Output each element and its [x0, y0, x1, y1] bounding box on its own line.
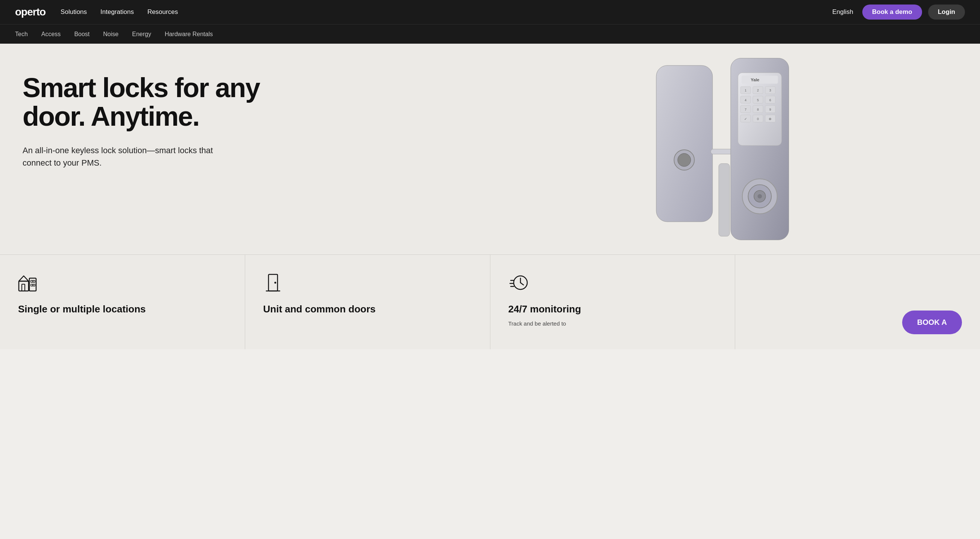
- svg-text:✓: ✓: [744, 117, 747, 121]
- svg-point-36: [757, 194, 762, 199]
- doors-icon: [263, 273, 472, 296]
- feature-monitoring-desc: Track and be alerted to: [508, 320, 717, 328]
- svg-rect-40: [22, 284, 25, 291]
- svg-line-51: [520, 283, 523, 285]
- svg-text:8: 8: [757, 108, 759, 112]
- hero-subtitle: An all-in-one keyless lock solution—smar…: [22, 144, 233, 169]
- svg-text:2: 2: [757, 88, 759, 92]
- svg-rect-37: [719, 164, 730, 236]
- language-selector[interactable]: English: [832, 8, 853, 16]
- svg-text:5: 5: [757, 98, 759, 102]
- subnav-access[interactable]: Access: [41, 31, 61, 38]
- svg-rect-42: [31, 281, 33, 282]
- svg-text:3: 3: [769, 88, 771, 92]
- svg-text:1: 1: [745, 88, 746, 92]
- features-section: Single or multiple locations Unit and co…: [0, 254, 980, 349]
- feature-monitoring: 24/7 monitoring Track and be alerted to: [490, 255, 735, 349]
- sub-nav: Tech Access Boost Noise Energy Hardware …: [0, 24, 980, 44]
- svg-rect-7: [741, 76, 778, 84]
- svg-point-47: [274, 282, 276, 284]
- svg-text:4: 4: [745, 98, 746, 102]
- nav-resources[interactable]: Resources: [147, 8, 178, 16]
- nav-integrations[interactable]: Integrations: [100, 8, 134, 16]
- locations-icon: [18, 273, 227, 296]
- subnav-boost[interactable]: Boost: [74, 31, 89, 38]
- svg-rect-44: [31, 284, 33, 286]
- feature-monitoring-title: 24/7 monitoring: [508, 303, 717, 315]
- svg-marker-39: [19, 276, 29, 281]
- hero-title: Smart locks for any door. Anytime.: [22, 74, 278, 131]
- svg-text:0: 0: [757, 117, 759, 121]
- logo[interactable]: operto: [15, 6, 46, 18]
- svg-rect-43: [33, 281, 35, 282]
- feature-locations-title: Single or multiple locations: [18, 303, 227, 315]
- subnav-noise[interactable]: Noise: [103, 31, 118, 38]
- svg-point-2: [678, 153, 691, 167]
- monitoring-icon: [508, 273, 717, 296]
- hero-image: Yale 123 456 789 ✓0⊗: [471, 44, 980, 254]
- feature-locations: Single or multiple locations: [0, 255, 245, 349]
- nav-right: English Book a demo Login: [832, 5, 965, 19]
- main-nav: Solutions Integrations Resources: [60, 8, 832, 16]
- feature-doors-title: Unit and common doors: [263, 303, 472, 315]
- subnav-hardware-rentals[interactable]: Hardware Rentals: [165, 31, 213, 38]
- login-button[interactable]: Login: [928, 5, 965, 19]
- book-a-button[interactable]: BOOK A: [902, 311, 962, 334]
- svg-text:6: 6: [769, 98, 771, 102]
- feature-cta: BOOK A: [735, 255, 980, 349]
- svg-rect-0: [656, 65, 713, 222]
- svg-rect-45: [33, 284, 35, 286]
- svg-text:⊗: ⊗: [768, 117, 772, 121]
- nav-solutions[interactable]: Solutions: [60, 8, 87, 16]
- subnav-energy[interactable]: Energy: [132, 31, 151, 38]
- svg-rect-38: [19, 281, 29, 291]
- book-demo-button[interactable]: Book a demo: [862, 5, 922, 19]
- hero-section: Smart locks for any door. Anytime. An al…: [0, 44, 980, 254]
- svg-text:7: 7: [745, 108, 746, 112]
- subnav-tech[interactable]: Tech: [15, 31, 28, 38]
- svg-text:9: 9: [769, 108, 771, 112]
- top-nav: operto Solutions Integrations Resources …: [0, 0, 980, 24]
- svg-text:Yale: Yale: [751, 78, 760, 82]
- hero-content: Smart locks for any door. Anytime. An al…: [22, 66, 278, 169]
- feature-doors: Unit and common doors: [245, 255, 490, 349]
